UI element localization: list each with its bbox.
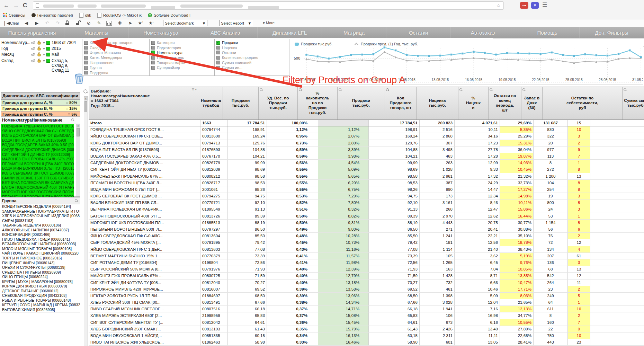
cell-code[interactable]: 00813603	[200, 246, 228, 252]
cell-accum[interactable]: 6,75%	[318, 186, 369, 193]
cell-days[interactable]: 3	[568, 259, 590, 266]
column-header-name[interactable]: Выбрано: НоменклатураНаименование = 1663…	[89, 87, 199, 119]
cell-accum[interactable]: 8,32%	[318, 206, 369, 212]
cell-markup_pct[interactable]: 19,87%	[500, 153, 534, 159]
checkbox-item-[interactable]: Направление	[84, 60, 151, 65]
cell-markup_pct[interactable]: 22,65%	[500, 332, 534, 339]
group-list-item[interactable]: СНЕКОВАЯ ПРОДУКЦИЯ [00432103]	[1, 293, 80, 298]
tab-Помощь[interactable]: Помощь	[515, 27, 580, 38]
bookmark-password-generator[interactable]: Генератор паролей	[32, 13, 73, 17]
browser-back-icon[interactable]: ←	[3, 0, 9, 11]
cell-days[interactable]: 15	[568, 120, 590, 126]
cell-share[interactable]: 0,95%	[267, 133, 318, 139]
checkbox-icon[interactable]	[84, 41, 88, 45]
cell-sales[interactable]: 99,99	[228, 160, 267, 166]
cell-markup[interactable]: 27,78	[455, 147, 500, 153]
cell-sales[interactable]: 98,69	[228, 166, 267, 172]
cell-sales[interactable]: 98,53	[228, 180, 267, 186]
cell-days[interactable]: 8	[568, 186, 590, 193]
group-list-item[interactable]: ПИЩЕВЫЕ ЖИРЫ [00680143]	[1, 261, 80, 266]
cell-markup_pct[interactable]: 13,85%	[500, 273, 534, 279]
selection-value[interactable]: 1663 of 7304	[52, 40, 76, 45]
cell-share[interactable]: 0,59%	[267, 153, 318, 159]
cell-qty[interactable]: 3 498	[420, 147, 455, 153]
cell-stock_end[interactable]: 19	[534, 193, 568, 199]
cell-sales[interactable]: 71,59	[228, 273, 267, 279]
select-report-dropdown[interactable]: Select Report▼	[219, 20, 253, 26]
cell-sales2[interactable]: 86,50	[369, 226, 420, 232]
cell-days[interactable]: 3	[568, 133, 590, 139]
extension-icon-red[interactable]: •••	[520, 2, 528, 9]
cell-sales[interactable]: 69,52	[228, 286, 267, 292]
cell-markup[interactable]: 8,46	[455, 199, 500, 206]
cell-share[interactable]: 0,55%	[267, 173, 318, 179]
checkbox-icon[interactable]	[84, 66, 88, 70]
cell-days[interactable]: 3	[568, 206, 590, 212]
cell-sales[interactable]: 94,75	[228, 193, 267, 199]
cell-stock_cost[interactable]: 7 601,76	[590, 259, 644, 266]
cell-sales2[interactable]: 71,93	[369, 266, 420, 272]
chart-icon[interactable]	[106, 21, 113, 26]
cell-accum[interactable]: 13,18%	[318, 280, 369, 286]
cell-markup_pct[interactable]: 27,89%	[500, 326, 534, 332]
cell-code[interactable]: 00812042	[200, 319, 228, 326]
cell-name[interactable]: ВЕТЧИНА ПОЛЕВСКАЯ ВК ФАБРИК...	[89, 206, 200, 212]
scroll-up-icon[interactable]: ▲	[76, 124, 80, 127]
cell-name[interactable]: ВАФЛИ ВЕНСКИЕ 150Г ПП ВЗБ СЛ...	[89, 199, 200, 206]
cell-stock_end[interactable]: 977	[534, 147, 568, 153]
cell-name[interactable]: КОЛБ ДОКТОРСКАЯ ВАР ОТ ДЫМО...	[89, 140, 200, 146]
cell-name[interactable]: СИГ РОТМАНС ДЕМИ ТУ [0196804]	[89, 259, 200, 266]
group-list-item[interactable]: ЗАМОРОЖЕННЫЕ ПОЛУФАБРИКАТЫ И ГОТ...	[1, 209, 80, 214]
cell-sales[interactable]: 98,58	[228, 173, 267, 179]
cell-markup[interactable]: 13,40	[455, 326, 500, 332]
cell-share[interactable]: 0,38%	[267, 299, 318, 305]
cell-markup[interactable]: 12,56	[455, 239, 500, 246]
cell-sales2[interactable]: 104,88	[369, 147, 420, 153]
checkbox-item-[interactable]: Сумма ин...	[216, 65, 289, 70]
checkbox-item-[interactable]: Группа	[84, 65, 151, 70]
column-header-days[interactable]: Запас в Днях (30)	[521, 87, 543, 119]
cell-code[interactable]: 00794275	[200, 193, 228, 199]
cell-sales2[interactable]: 85,50	[369, 233, 420, 239]
column-header-accum[interactable]: % накопитель но по Продажи тыс.руб.	[298, 87, 338, 119]
column-header-markup[interactable]: Наценка тыс.руб.	[417, 87, 458, 119]
cell-sales[interactable]: 104,21	[228, 153, 267, 159]
product-list-item[interactable]: МОРОЖЕНОЕ ХКЗ ГОСТОВСКИЙ ПЛОМБ...	[1, 190, 74, 195]
cell-share[interactable]: 0,73%	[267, 140, 318, 146]
cell-qty[interactable]: 3 028	[420, 299, 455, 305]
cell-markup[interactable]: 34,16	[455, 133, 500, 139]
cell-markup[interactable]: 9,33	[455, 166, 500, 172]
cell-stock_cost[interactable]: 2 946,57	[590, 286, 644, 292]
cell-days[interactable]: 5	[568, 293, 590, 299]
cell-markup[interactable]: 17,23	[455, 140, 500, 146]
cell-sales[interactable]: 89,39	[228, 213, 267, 219]
checkbox-item-[interactable]: Классификатор товаров	[84, 40, 151, 45]
cell-accum[interactable]: 2,80%	[318, 140, 369, 146]
cell-share[interactable]: 0,55%	[267, 186, 318, 193]
cell-sales2[interactable]: 77,08	[369, 246, 420, 252]
cell-markup_pct[interactable]: 17,71%	[500, 286, 534, 292]
tab-Магазины[interactable]: Магазины	[64, 27, 129, 38]
pointer-tool-icon[interactable]: ➤	[127, 20, 133, 26]
cell-share[interactable]: 0,41%	[267, 259, 318, 266]
scrollbar-thumb[interactable]	[77, 128, 80, 136]
cell-markup[interactable]: 24,29	[455, 180, 500, 186]
cell-days[interactable]: 1	[568, 213, 590, 219]
cell-days[interactable]: 0	[568, 326, 590, 332]
cell-markup[interactable]: 7,16	[455, 306, 500, 312]
cell-sales2[interactable]: 67,66	[369, 299, 420, 305]
cell-sales2[interactable]: 94,75	[369, 193, 420, 199]
checkbox-icon[interactable]	[84, 56, 88, 60]
product-list-item[interactable]: ГОВЯДИНА ТУШЕНАЯ ОРСК ГОСТ ВС 338...	[1, 124, 74, 129]
eraser-icon[interactable]	[31, 40, 36, 45]
cell-markup_pct[interactable]: 25,29%	[500, 133, 534, 139]
cell-sales2[interactable]: 71,59	[369, 273, 420, 279]
checkbox-icon[interactable]	[151, 51, 155, 54]
search-icon[interactable]	[624, 88, 627, 91]
cell-stock_cost[interactable]: 17 324,34	[590, 220, 644, 226]
cell-stock_end[interactable]: 24	[534, 206, 568, 212]
cell-stock_end[interactable]: 800	[534, 199, 568, 206]
cell-stock_end[interactable]: 160	[534, 319, 568, 326]
back-button[interactable]: ◀	[23, 20, 29, 26]
cell-qty[interactable]: 3 161	[420, 199, 455, 206]
